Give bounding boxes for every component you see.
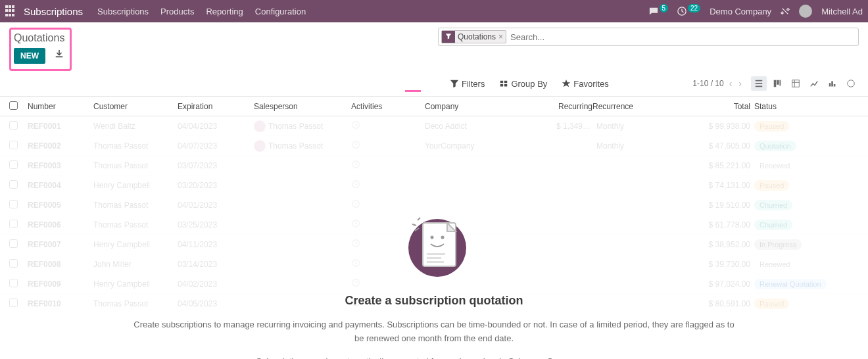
svg-rect-4 xyxy=(792,80,800,87)
onboarding-text-2: Subscriptions can be automatically gener… xyxy=(132,355,736,359)
menu-subscriptions[interactable]: Subscriptions xyxy=(97,7,149,16)
svg-rect-22 xyxy=(427,261,444,263)
col-expiration[interactable]: Expiration xyxy=(178,102,254,111)
svg-rect-2 xyxy=(777,80,779,85)
filters-button[interactable]: Filters xyxy=(450,79,485,89)
debug-icon[interactable] xyxy=(781,7,790,16)
highlight-annotation: Quotations NEW xyxy=(9,28,72,71)
search-facet-quotations[interactable]: Quotations × xyxy=(441,30,506,43)
import-button[interactable] xyxy=(55,49,64,60)
brand-name[interactable]: Subscriptions xyxy=(24,6,83,17)
filter-icon xyxy=(442,31,455,43)
user-name[interactable]: Mitchell Ad xyxy=(821,7,863,16)
control-panel: Quotations NEW Quotations × xyxy=(0,22,868,97)
company-selector[interactable]: Demo Company xyxy=(710,7,771,16)
menu-configuration[interactable]: Configuration xyxy=(255,7,306,16)
new-button[interactable]: NEW xyxy=(14,48,45,64)
svg-point-18 xyxy=(431,236,434,239)
col-salesperson[interactable]: Salesperson xyxy=(254,102,351,111)
svg-rect-20 xyxy=(427,253,445,255)
svg-rect-3 xyxy=(780,80,781,86)
kanban-view-icon[interactable] xyxy=(769,76,785,91)
activities-icon[interactable]: 22 xyxy=(677,7,700,16)
graph-view-icon[interactable] xyxy=(806,76,822,91)
search-input[interactable] xyxy=(510,32,856,42)
pivot-view-icon[interactable] xyxy=(788,76,804,91)
svg-point-5 xyxy=(848,80,855,87)
search-box[interactable]: Quotations × xyxy=(438,28,859,46)
activity-view-icon[interactable] xyxy=(843,76,859,91)
onboarding-title: Create a subscription quotation xyxy=(132,294,736,308)
view-switcher xyxy=(751,76,859,91)
menu-reporting[interactable]: Reporting xyxy=(206,7,243,16)
svg-point-19 xyxy=(441,236,445,239)
onboarding-doc-icon xyxy=(404,208,464,281)
facet-close-icon[interactable]: × xyxy=(498,32,503,41)
svg-rect-1 xyxy=(774,80,777,87)
groupby-button[interactable]: Group By xyxy=(499,79,547,89)
discuss-badge: 5 xyxy=(660,4,669,12)
favorites-label: Favorites xyxy=(573,79,608,89)
pager-range[interactable]: 1-10 / 10 xyxy=(692,79,723,88)
col-company[interactable]: Company xyxy=(425,102,556,111)
navbar: Subscriptions Subscriptions Products Rep… xyxy=(0,0,868,22)
col-status[interactable]: Status xyxy=(750,102,803,111)
breadcrumb: Quotations xyxy=(14,32,64,44)
facet-label: Quotations xyxy=(458,32,496,41)
pager-prev-icon[interactable]: ‹ xyxy=(728,78,734,89)
col-recurring[interactable]: Recurring xyxy=(556,102,592,111)
col-recurrence[interactable]: Recurrence xyxy=(592,102,685,111)
table-header: Number Customer Expiration Salesperson A… xyxy=(0,97,868,116)
table-body: REF0001Wendi Baltz04/04/2023Thomas Passo… xyxy=(0,116,868,314)
col-customer[interactable]: Customer xyxy=(93,102,178,111)
select-all-checkbox[interactable] xyxy=(9,101,18,110)
cohort-view-icon[interactable] xyxy=(825,76,840,91)
onboarding-text-1: Create subscriptions to manage recurring… xyxy=(132,318,736,346)
annotation-marker xyxy=(405,90,421,92)
list-view-icon[interactable] xyxy=(751,76,767,91)
discuss-icon[interactable]: 5 xyxy=(649,7,669,16)
activities-badge: 22 xyxy=(688,4,700,12)
apps-icon[interactable] xyxy=(5,5,17,17)
pager-next-icon[interactable]: › xyxy=(737,78,743,89)
menu-products[interactable]: Products xyxy=(160,7,194,16)
col-number[interactable]: Number xyxy=(28,102,93,111)
col-activities[interactable]: Activities xyxy=(351,102,425,111)
favorites-button[interactable]: Favorites xyxy=(562,79,608,89)
user-avatar[interactable] xyxy=(799,5,812,18)
svg-rect-21 xyxy=(427,257,441,259)
col-total[interactable]: Total xyxy=(685,102,750,111)
groupby-label: Group By xyxy=(511,79,547,89)
main-menu: Subscriptions Products Reporting Configu… xyxy=(97,7,306,16)
filters-label: Filters xyxy=(462,79,485,89)
onboarding-panel: Create a subscription quotation Create s… xyxy=(0,208,868,359)
